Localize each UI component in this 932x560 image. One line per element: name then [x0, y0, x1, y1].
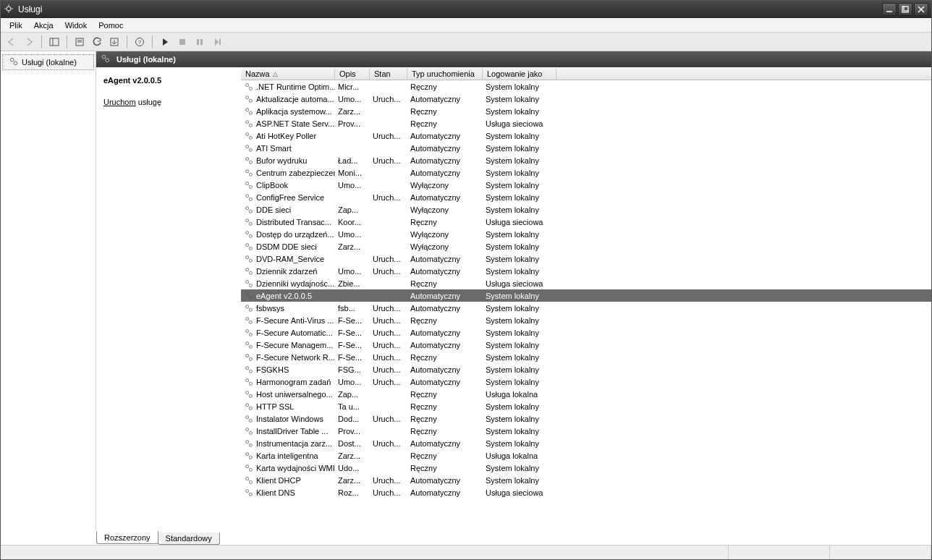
stop-service-button[interactable] [174, 34, 190, 50]
service-row[interactable]: Instrumentacja zarz...Dost...Uruch...Aut… [241, 437, 931, 449]
service-row[interactable]: Distributed Transac...Koor...RęcznyUsług… [241, 216, 931, 228]
col-desc[interactable]: Opis [335, 68, 370, 80]
service-row[interactable]: Aktualizacje automa...Umo...Uruch...Auto… [241, 93, 931, 105]
svg-point-88 [246, 464, 249, 467]
service-name: DSDM DDE sieci [256, 242, 317, 251]
svg-point-30 [246, 108, 249, 111]
service-row[interactable]: Karta inteligentnaZarz...RęcznyUsługa lo… [241, 449, 931, 462]
back-button[interactable] [4, 34, 20, 50]
export-list-button[interactable] [106, 34, 122, 50]
service-row[interactable]: fsbwsysfsb...Uruch...AutomatycznySystem … [241, 302, 931, 314]
cell-logon: System lokalny [483, 439, 556, 448]
minimize-button[interactable] [882, 3, 897, 16]
service-row[interactable]: HTTP SSLTa u...RęcznySystem lokalny [241, 400, 931, 412]
cell-desc: fsb... [335, 304, 370, 313]
menu-pomoc[interactable]: Pomoc [93, 20, 129, 31]
menu-plik[interactable]: Plik [4, 20, 28, 31]
cell-status: Uruch... [370, 156, 407, 165]
service-row[interactable]: Bufor wydrukuŁad...Uruch...AutomatycznyS… [241, 154, 931, 166]
service-row[interactable]: Host uniwersalnego...Zap...RęcznyUsługa … [241, 388, 931, 400]
service-row[interactable]: Ati HotKey PollerUruch...AutomatycznySys… [241, 130, 931, 142]
cell-startup: Automatyczny [407, 488, 483, 497]
service-list: Nazwa △ Opis Stan Typ uruchomienia Logow… [241, 67, 931, 530]
content-header: Usługi (lokalne) [96, 51, 931, 67]
restart-service-button[interactable] [209, 34, 225, 50]
services-node-icon [9, 56, 19, 68]
svg-point-35 [249, 136, 252, 139]
col-status[interactable]: Stan [370, 68, 407, 80]
service-row[interactable]: Dzienniki wydajnośc...Zbie...RęcznyUsług… [241, 277, 931, 289]
service-row[interactable]: DVD-RAM_ServiceUruch...AutomatycznySyste… [241, 253, 931, 265]
service-row[interactable]: Instalator WindowsDod...Uruch...RęcznySy… [241, 412, 931, 425]
refresh-button[interactable] [89, 34, 105, 50]
start-service-link[interactable]: Uruchom [103, 98, 136, 106]
body-area: Usługi (lokalne) Usługi (lokalne) eAgent… [1, 51, 931, 530]
window-title: Usługi [18, 4, 882, 14]
service-row[interactable]: eAgent v2.0.0.5AutomatycznySystem lokaln… [241, 289, 931, 302]
service-name: Harmonogram zadań [256, 378, 331, 386]
tab-standard[interactable]: Standardowy [158, 533, 220, 545]
cell-logon: System lokalny [483, 353, 556, 362]
service-name: ATI Smart [256, 144, 292, 153]
svg-point-93 [249, 493, 252, 496]
cell-logon: System lokalny [483, 156, 556, 165]
cell-desc: Zap... [335, 390, 370, 399]
start-service-button[interactable] [157, 34, 173, 50]
service-row[interactable]: Dziennik zdarzeńUmo...Uruch...Automatycz… [241, 265, 931, 277]
service-icon [244, 94, 254, 104]
show-hide-tree-button[interactable] [46, 34, 62, 50]
service-row[interactable]: InstallDriver Table ...Prov...RęcznySyst… [241, 425, 931, 437]
tree-root-item[interactable]: Usługi (lokalne) [2, 54, 94, 70]
service-icon [244, 242, 254, 252]
service-row[interactable]: F-Secure Anti-Virus ...F-Se...Uruch...Rę… [241, 314, 931, 326]
service-row[interactable]: F-Secure Automatic...F-Se...Uruch...Auto… [241, 326, 931, 339]
service-row[interactable]: F-Secure Managem...F-Se...Uruch...Automa… [241, 339, 931, 351]
service-row[interactable]: ConfigFree ServiceUruch...AutomatycznySy… [241, 191, 931, 203]
service-icon [244, 426, 254, 436]
service-row[interactable]: Centrum zabezpieczeńMoni...AutomatycznyS… [241, 166, 931, 179]
close-button[interactable] [914, 3, 928, 16]
help-button[interactable]: ? [132, 34, 148, 50]
cell-status: Uruch... [370, 439, 407, 448]
service-row[interactable]: FSGKHSFSG...Uruch...AutomatycznySystem l… [241, 363, 931, 376]
tab-extended[interactable]: Rozszerzony [96, 531, 158, 544]
svg-point-86 [246, 452, 249, 455]
svg-point-53 [249, 247, 252, 250]
cell-startup: Automatyczny [407, 341, 483, 349]
service-row[interactable]: Klient DNSRoz...Uruch...AutomatycznyUsłu… [241, 486, 931, 499]
service-row[interactable]: ATI SmartAutomatycznySystem lokalny [241, 142, 931, 154]
menu-akcja[interactable]: Akcja [28, 20, 59, 31]
service-row[interactable]: Karta wydajności WMIUdo...RęcznySystem l… [241, 462, 931, 474]
maximize-button[interactable] [898, 3, 912, 16]
svg-point-57 [249, 271, 252, 274]
cell-desc: FSG... [335, 365, 370, 374]
menu-widok[interactable]: Widok [59, 20, 93, 31]
list-rows[interactable]: .NET Runtime Optim...Micr...RęcznySystem… [241, 80, 931, 530]
service-row[interactable]: DDE sieciZap...WyłączonySystem lokalny [241, 203, 931, 216]
service-row[interactable]: ASP.NET State Serv...Prov...RęcznyUsługa… [241, 117, 931, 130]
service-name: F-Secure Managem... [256, 341, 333, 349]
svg-point-73 [249, 370, 252, 373]
service-row[interactable]: ClipBookUmo...WyłączonySystem lokalny [241, 179, 931, 191]
service-row[interactable]: Klient DHCPZarz...Uruch...AutomatycznySy… [241, 474, 931, 486]
col-startup[interactable]: Typ uruchomienia [407, 68, 483, 80]
col-name[interactable]: Nazwa △ [241, 68, 335, 80]
col-logon[interactable]: Logowanie jako [483, 68, 556, 80]
svg-point-67 [249, 333, 252, 336]
cell-desc: Zarz... [335, 451, 370, 460]
pause-service-button[interactable] [192, 34, 208, 50]
service-row[interactable]: F-Secure Network R...F-Se...Uruch...Ręcz… [241, 351, 931, 363]
sort-ascending-icon: △ [273, 70, 278, 77]
forward-button[interactable] [21, 34, 37, 50]
service-row[interactable]: Harmonogram zadańUmo...Uruch...Automatyc… [241, 376, 931, 388]
service-row[interactable]: Dostęp do urządzeń...Umo...WyłączonySyst… [241, 228, 931, 240]
svg-point-49 [249, 222, 252, 225]
service-icon [244, 340, 254, 350]
service-row[interactable]: .NET Runtime Optim...Micr...RęcznySystem… [241, 80, 931, 93]
service-row[interactable]: Aplikacja systemow...Zarz...RęcznySystem… [241, 105, 931, 117]
cell-status: Uruch... [370, 378, 407, 386]
svg-point-51 [249, 234, 252, 237]
service-row[interactable]: DSDM DDE sieciZarz...WyłączonySystem lok… [241, 240, 931, 253]
service-icon [244, 266, 254, 276]
properties-button[interactable] [72, 34, 88, 50]
